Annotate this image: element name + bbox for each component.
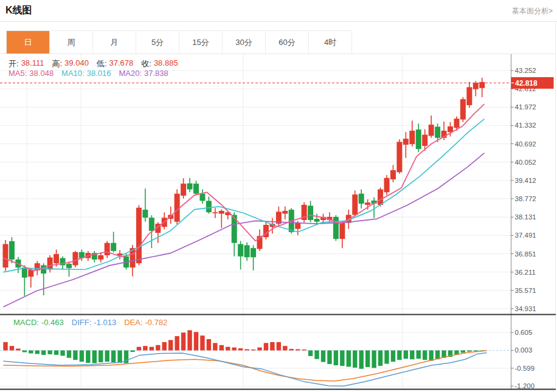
candle xyxy=(409,121,415,146)
macd-bar xyxy=(334,351,338,365)
candle xyxy=(263,222,269,239)
candle xyxy=(333,215,339,241)
candle xyxy=(416,123,421,152)
candle xyxy=(359,190,364,209)
y-axis-label: 38.772 xyxy=(515,195,536,202)
macd-bar xyxy=(16,349,20,351)
info-pair: DIFF:-1.013 xyxy=(72,318,116,327)
macd-bar xyxy=(321,351,325,362)
info-value: 37.838 xyxy=(144,69,168,78)
macd-bar xyxy=(289,349,294,350)
macd-bar xyxy=(92,351,97,363)
candle xyxy=(390,165,396,182)
macd-bar xyxy=(111,351,116,363)
y-axis-label: 38.131 xyxy=(515,213,536,221)
info-value: -0.782 xyxy=(145,318,167,327)
info-pair: MA5:38.048 xyxy=(9,69,54,78)
info-label: DEA: xyxy=(124,318,142,327)
macd-bar xyxy=(397,351,401,360)
macd-layer xyxy=(3,330,486,386)
info-value: 37.678 xyxy=(109,58,133,69)
candle xyxy=(212,208,218,218)
candle xyxy=(3,240,9,271)
macd-bar xyxy=(353,351,357,368)
candle xyxy=(251,245,256,270)
macd-bar xyxy=(73,351,77,360)
y-axis-layer: 43.25242.61241.97241.33240.69240.05239.4… xyxy=(511,53,536,390)
macd-bar xyxy=(150,347,154,351)
macd-bar xyxy=(130,351,134,352)
macd-bar xyxy=(244,349,249,351)
macd-bar xyxy=(365,351,370,367)
macd-bar xyxy=(283,346,287,350)
y-axis-label: 34.931 xyxy=(515,305,536,312)
macd-bar xyxy=(226,347,230,351)
macd-bar xyxy=(117,351,122,363)
candle xyxy=(111,232,116,252)
macd-bar xyxy=(47,351,52,354)
candle xyxy=(466,82,472,108)
y-axis-label: -1.200 xyxy=(515,382,535,390)
macd-bar xyxy=(296,349,300,351)
macd-bar xyxy=(410,351,414,360)
candle xyxy=(187,178,193,193)
info-pair: MACD:-0.463 xyxy=(13,318,64,327)
info-value: 38.885 xyxy=(154,58,178,69)
macd-bar xyxy=(207,339,211,351)
info-pair: 高:39.040 xyxy=(52,58,88,69)
macd-bar xyxy=(264,343,268,350)
ohlc-info-row: 开:38.111高:39.040低:37.678收:38.885 xyxy=(9,58,178,69)
candle xyxy=(339,221,345,248)
macd-bar xyxy=(105,351,109,362)
macd-bar xyxy=(384,351,389,364)
y-axis-label: 37.491 xyxy=(515,232,536,239)
macd-bar xyxy=(156,345,160,351)
candle xyxy=(473,81,479,97)
info-pair: MA10:38.016 xyxy=(61,69,111,78)
macd-bar xyxy=(200,335,204,350)
macd-bar xyxy=(213,343,217,350)
macd-bar xyxy=(29,351,33,354)
candle xyxy=(276,207,282,226)
macd-bar xyxy=(194,332,198,350)
y-axis-label: 35.571 xyxy=(515,287,536,294)
macd-bar xyxy=(80,351,84,362)
macd-bar xyxy=(86,351,90,363)
candle xyxy=(175,190,180,224)
info-label: MA20: xyxy=(119,69,142,78)
info-label: DIFF: xyxy=(72,318,92,327)
info-pair: 低:37.678 xyxy=(97,58,133,69)
macd-bar xyxy=(429,351,433,361)
ma20-line xyxy=(4,153,484,307)
macd-bar xyxy=(302,349,306,350)
y-axis-label: -0.599 xyxy=(515,365,535,372)
info-label: 收: xyxy=(141,58,151,69)
macd-bar xyxy=(168,340,173,350)
macd-bar xyxy=(308,351,313,356)
candle xyxy=(384,175,390,195)
macd-info-row: MACD:-0.463DIFF:-1.013DEA:-0.782 xyxy=(13,318,167,327)
candle xyxy=(352,190,358,216)
y-axis-label: 41.972 xyxy=(515,103,536,111)
macd-bar xyxy=(238,348,243,350)
y-axis-label: 40.692 xyxy=(515,140,536,148)
candle xyxy=(403,132,409,157)
macd-bar xyxy=(359,351,364,369)
candle xyxy=(429,115,434,138)
macd-bar xyxy=(187,330,192,350)
candle xyxy=(396,139,402,174)
info-label: MACD: xyxy=(13,318,39,327)
macd-bar xyxy=(474,351,478,351)
macd-bar xyxy=(270,342,274,351)
macd-bar xyxy=(461,351,465,353)
info-pair: 收:38.885 xyxy=(141,58,178,69)
info-pair: MA20:37.838 xyxy=(119,69,168,78)
info-pair: DEA:-0.782 xyxy=(124,318,167,327)
macd-bar xyxy=(137,347,141,351)
macd-bar xyxy=(423,351,427,360)
macd-bar xyxy=(10,346,14,350)
macd-bar xyxy=(60,351,64,356)
candle xyxy=(206,196,212,213)
macd-bar xyxy=(181,332,185,350)
macd-bar xyxy=(220,345,224,351)
